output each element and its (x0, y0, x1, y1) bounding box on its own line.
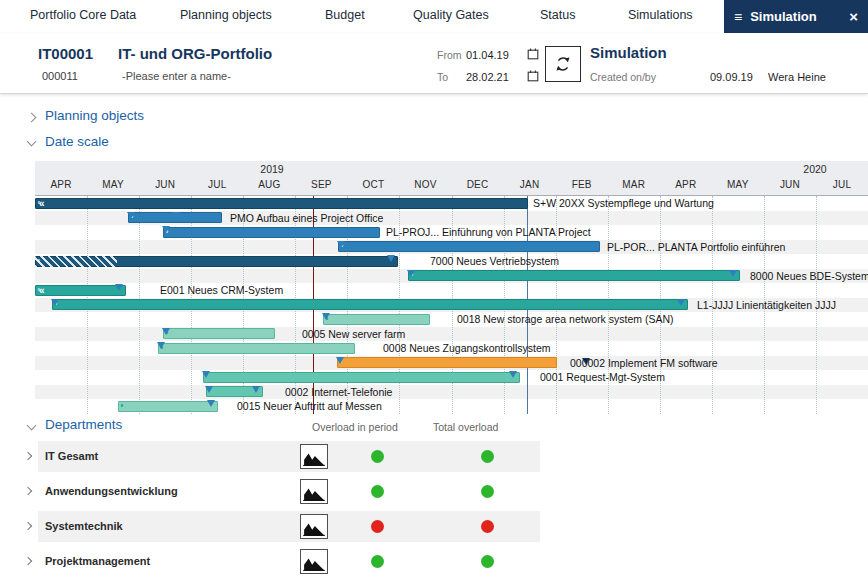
milestone-triangle-icon (162, 226, 170, 233)
chevron-right-icon[interactable] (24, 452, 32, 460)
chevron-right-icon[interactable] (24, 557, 32, 565)
gantt-bar[interactable] (163, 227, 380, 238)
gantt-bar[interactable] (163, 328, 275, 339)
scroll-left-icon: « (39, 285, 44, 296)
histogram-button[interactable] (300, 514, 328, 539)
month-label: MAY (727, 179, 749, 190)
close-tab-icon[interactable]: × (849, 8, 858, 25)
portfolio-code: 000011 (42, 70, 78, 82)
gantt-bar[interactable] (158, 343, 355, 354)
nav-item-portfolio-core-data[interactable]: Portfolio Core Data (30, 0, 136, 30)
gantt-bar-label: PMO Aufbau eines Project Office (230, 212, 383, 225)
histogram-button[interactable] (300, 549, 328, 574)
col-header-total-overload: Total overload (433, 421, 498, 433)
chevron-right-icon[interactable] (27, 113, 37, 123)
gantt-bar-label: PL-POR... PLANTA Portfolio einführen (607, 241, 785, 254)
portfolio-title: IT- und ORG-Portfolio (118, 45, 272, 62)
gantt-bar-label: 0018 New storage area network system (SA… (457, 313, 674, 326)
portfolio-header: IT00001 000011 IT- und ORG-Portfolio -Pl… (0, 33, 868, 94)
created-by: Wera Heine (768, 71, 826, 83)
department-name: IT Gesamt (45, 441, 98, 472)
year-label: 2019 (260, 163, 283, 175)
chevron-down-icon[interactable] (27, 137, 37, 147)
planta-portfolio-app: ≡ Simulation × Portfolio Core DataPlanni… (0, 0, 868, 581)
portfolio-name-placeholder[interactable]: -Please enter a name- (122, 70, 231, 82)
created-date: 09.09.19 (710, 71, 753, 83)
status-dot-total-overload (481, 450, 494, 463)
nav-item-planning-objects[interactable]: Planning objects (180, 0, 272, 30)
month-label: DEC (467, 179, 489, 190)
month-label: SEP (311, 179, 332, 190)
milestone-triangle-icon (729, 270, 737, 277)
milestone-triangle-icon (172, 212, 180, 219)
department-row-anwendungsentwicklung[interactable]: Anwendungsentwicklung (38, 476, 540, 507)
histogram-icon (303, 448, 325, 466)
gantt-bar[interactable] (118, 401, 218, 412)
milestone-triangle-icon (115, 284, 123, 291)
calendar-icon[interactable] (527, 48, 539, 60)
milestone-triangle-icon (127, 212, 135, 219)
tab-simulation-active[interactable]: ≡ Simulation × (724, 0, 868, 33)
department-row-systemtechnik[interactable]: Systemtechnik (38, 511, 540, 542)
gantt-bar[interactable] (203, 372, 520, 383)
gantt-bar[interactable] (338, 241, 600, 252)
chevron-right-icon[interactable] (24, 487, 32, 495)
from-label: From (437, 49, 462, 61)
month-label: JAN (520, 179, 540, 190)
section-planning-objects[interactable]: Planning objects (45, 108, 144, 123)
nav-item-budget[interactable]: Budget (325, 0, 365, 30)
status-dot-overload-in-period (371, 520, 384, 533)
department-row-projektmanagement[interactable]: Projektmanagement (38, 546, 540, 577)
histogram-button[interactable] (300, 444, 328, 469)
month-label: OCT (363, 179, 385, 190)
to-date-field[interactable]: 28.02.21 (466, 71, 509, 83)
gantt-bar-label: PL-PROJ... Einführung von PLANTA Project (386, 226, 591, 239)
month-label: FEB (572, 179, 592, 190)
gantt-bar-label: 0008 Neues Zugangskontrollsystem (383, 342, 551, 355)
status-dot-overload-in-period (371, 555, 384, 568)
section-departments[interactable]: Departments (45, 417, 122, 432)
simulation-title: Simulation (590, 44, 667, 61)
department-row-it-gesamt[interactable]: IT Gesamt (38, 441, 540, 472)
gantt-bar-label: 0001 Request-Mgt-System (540, 371, 665, 384)
portfolio-id: IT00001 (38, 45, 93, 62)
gantt-bar-label: 000002 Implement FM software (570, 357, 718, 370)
status-dot-overload-in-period (371, 450, 384, 463)
gantt-bar[interactable] (408, 270, 740, 281)
hamburger-menu-icon[interactable]: ≡ (734, 9, 742, 25)
nav-item-simulations[interactable]: Simulations (628, 0, 693, 30)
milestone-triangle-icon (252, 386, 260, 393)
gantt-bar[interactable] (323, 314, 430, 325)
histogram-button[interactable] (300, 479, 328, 504)
histogram-icon (303, 483, 325, 501)
nav-item-status[interactable]: Status (540, 0, 575, 30)
gantt-bar[interactable] (337, 357, 557, 368)
department-name: Anwendungsentwicklung (45, 476, 178, 507)
chevron-right-icon[interactable] (24, 522, 32, 530)
nav-bar: ≡ Simulation × Portfolio Core DataPlanni… (0, 0, 868, 36)
month-label: APR (675, 179, 696, 190)
month-label: JUL (833, 179, 851, 190)
milestone-triangle-icon (51, 299, 59, 306)
gantt-bar-label: S+W 20XX Systempflege und Wartung (533, 197, 714, 210)
histogram-icon (303, 518, 325, 536)
milestone-triangle-icon (207, 400, 215, 407)
calendar-icon[interactable] (527, 70, 539, 82)
year-label: 2020 (803, 163, 826, 175)
from-date-field[interactable]: 01.04.19 (466, 49, 509, 61)
milestone-triangle-icon (407, 270, 415, 277)
gantt-bar[interactable] (35, 198, 528, 209)
nav-item-quality-gates[interactable]: Quality Gates (413, 0, 489, 30)
gantt-bar-label: L1-JJJJ Linientätigkeiten JJJJ (697, 299, 836, 312)
to-label: To (437, 71, 448, 83)
section-date-scale[interactable]: Date scale (45, 134, 109, 149)
status-dot-overload-in-period (371, 485, 384, 498)
milestone-triangle-icon (202, 371, 210, 378)
chevron-down-icon[interactable] (27, 421, 37, 431)
milestone-triangle-icon (162, 328, 170, 335)
milestone-triangle-icon (322, 313, 330, 320)
gantt-bar[interactable] (35, 285, 126, 296)
gantt-bar[interactable] (52, 299, 688, 310)
refresh-button[interactable] (545, 46, 581, 82)
month-label: JUN (780, 179, 800, 190)
